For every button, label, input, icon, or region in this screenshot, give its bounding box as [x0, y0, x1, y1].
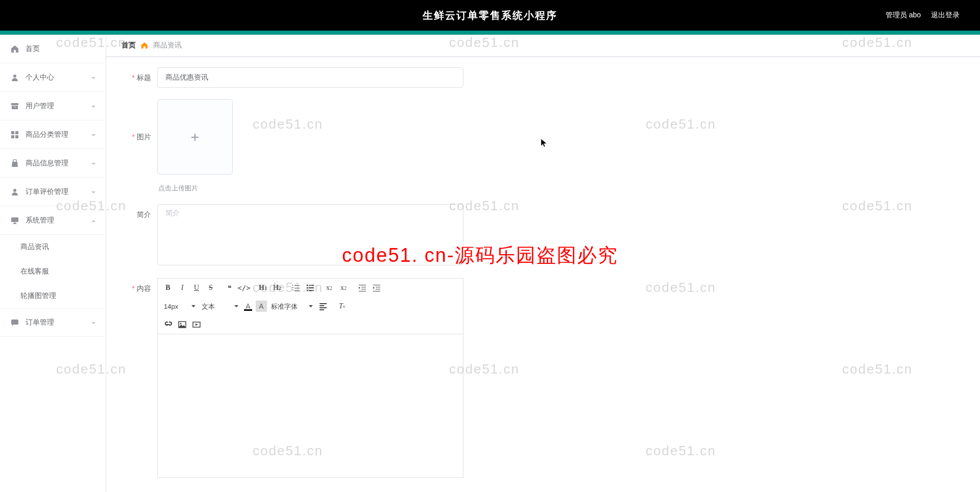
h1-button[interactable]: H1	[257, 282, 269, 294]
sidebar-item-category[interactable]: 商品分类管理	[0, 120, 106, 149]
submenu-label: 轮播图管理	[20, 291, 56, 301]
svg-rect-2	[12, 106, 18, 109]
app-header: 生鲜云订单零售系统小程序 管理员 abo 退出登录	[0, 0, 980, 31]
video-button[interactable]	[190, 318, 203, 331]
ordered-list-button[interactable]	[290, 282, 302, 294]
sidebar-item-personal[interactable]: 个人中心	[0, 63, 106, 92]
subscript-button[interactable]: x2	[323, 282, 335, 294]
svg-rect-3	[14, 107, 16, 107]
title-input[interactable]	[157, 67, 463, 88]
svg-rect-10	[14, 223, 16, 224]
chevron-down-icon	[90, 160, 96, 166]
title-label: 标题	[121, 67, 157, 88]
submenu-item-carousel[interactable]: 轮播图管理	[0, 284, 106, 308]
svg-rect-6	[11, 135, 14, 138]
content-label: 内容	[121, 278, 157, 299]
font-size-select[interactable]: 14px	[162, 300, 198, 312]
chat-icon	[10, 318, 19, 327]
svg-point-13	[307, 285, 308, 286]
sidebar-item-review[interactable]: 订单评价管理	[0, 178, 106, 206]
sidebar-item-label: 商品分类管理	[26, 130, 68, 139]
bag-icon	[10, 159, 19, 168]
format-select[interactable]: 文本	[200, 300, 240, 312]
svg-point-8	[13, 189, 16, 192]
italic-button[interactable]: I	[176, 282, 188, 294]
sidebar-item-order[interactable]: 订单管理	[0, 308, 106, 337]
sidebar-item-users[interactable]: 用户管理	[0, 92, 106, 120]
text-color-button[interactable]: A	[242, 301, 254, 312]
svg-point-14	[307, 287, 308, 289]
sidebar-item-home[interactable]: 首页	[0, 35, 106, 63]
unordered-list-button[interactable]	[304, 282, 316, 294]
code-button[interactable]: </>	[238, 282, 250, 294]
image-button[interactable]	[176, 318, 188, 331]
font-family-select[interactable]: 标准字体	[269, 300, 315, 312]
submenu-label: 在线客服	[20, 267, 49, 276]
submenu-item-news[interactable]: 商品资讯	[0, 235, 106, 259]
svg-rect-12	[11, 319, 18, 325]
image-label: 图片	[121, 99, 157, 175]
form-row-content: 内容 B I U S ❝ </> H1 H2	[121, 278, 965, 478]
editor-content-area[interactable]	[158, 334, 463, 477]
strike-button[interactable]: S	[205, 282, 217, 294]
blockquote-button[interactable]: ❝	[224, 282, 236, 294]
form-row-image: 图片 ＋ 点击上传图片	[121, 99, 965, 193]
archive-icon	[10, 102, 19, 111]
indent-decrease-button[interactable]	[356, 282, 369, 294]
user-icon	[10, 73, 19, 82]
link-button[interactable]	[162, 318, 174, 331]
breadcrumb-home[interactable]: 首页	[121, 41, 136, 50]
chevron-down-icon	[90, 132, 96, 138]
sidebar: 首页 个人中心 用户管理 商品分类管理 商品信	[0, 35, 106, 492]
sidebar-item-system[interactable]: 系统管理	[0, 206, 106, 235]
svg-rect-4	[11, 131, 14, 134]
chevron-down-icon	[90, 319, 96, 326]
person-icon	[10, 187, 19, 196]
chevron-down-icon	[90, 189, 96, 195]
h2-button[interactable]: H2	[271, 282, 283, 294]
align-button[interactable]	[317, 300, 329, 312]
indent-increase-button[interactable]	[371, 282, 383, 294]
editor-toolbar: B I U S ❝ </> H1 H2	[158, 279, 463, 334]
superscript-button[interactable]: x2	[337, 282, 350, 294]
sidebar-item-label: 商品信息管理	[26, 159, 68, 168]
sidebar-item-label: 首页	[26, 44, 40, 54]
underline-button[interactable]: U	[190, 282, 203, 294]
rich-text-editor: B I U S ❝ </> H1 H2	[157, 278, 463, 478]
chevron-down-icon	[90, 75, 96, 81]
image-upload-box[interactable]: ＋	[157, 99, 233, 175]
home-icon	[10, 44, 19, 54]
logout-button[interactable]: 退出登录	[931, 11, 960, 20]
house-icon	[141, 42, 148, 49]
submenu-item-service[interactable]: 在线客服	[0, 259, 106, 284]
main-content: 首页 商品资讯 标题 图片 ＋ 点击上传图片	[106, 35, 980, 492]
intro-textarea[interactable]	[157, 204, 463, 265]
clear-format-button[interactable]: Tx	[336, 300, 348, 312]
form-row-title: 标题	[121, 67, 965, 88]
accent-bar	[0, 31, 980, 35]
svg-rect-5	[15, 131, 18, 134]
svg-point-0	[13, 75, 16, 78]
svg-rect-9	[11, 217, 18, 222]
monitor-icon	[10, 216, 19, 225]
sidebar-item-label: 系统管理	[26, 216, 54, 225]
svg-point-15	[307, 290, 308, 291]
bold-button[interactable]: B	[162, 282, 174, 294]
intro-label: 简介	[121, 204, 157, 225]
sidebar-item-label: 个人中心	[26, 73, 54, 82]
grid-icon	[10, 130, 19, 139]
sidebar-item-product[interactable]: 商品信息管理	[0, 149, 106, 178]
submenu-label: 商品资讯	[20, 242, 49, 252]
sidebar-item-label: 用户管理	[26, 102, 54, 111]
breadcrumb-current: 商品资讯	[153, 41, 182, 50]
app-title: 生鲜云订单零售系统小程序	[122, 9, 857, 22]
svg-rect-1	[11, 103, 18, 105]
svg-point-17	[180, 323, 182, 325]
bg-color-button[interactable]: A	[256, 301, 267, 312]
chevron-down-icon	[90, 103, 96, 109]
svg-rect-11	[13, 224, 17, 224]
chevron-up-icon	[90, 217, 96, 224]
plus-icon: ＋	[188, 127, 202, 146]
admin-user-label[interactable]: 管理员 abo	[886, 11, 921, 20]
sidebar-item-label: 订单管理	[26, 318, 54, 327]
